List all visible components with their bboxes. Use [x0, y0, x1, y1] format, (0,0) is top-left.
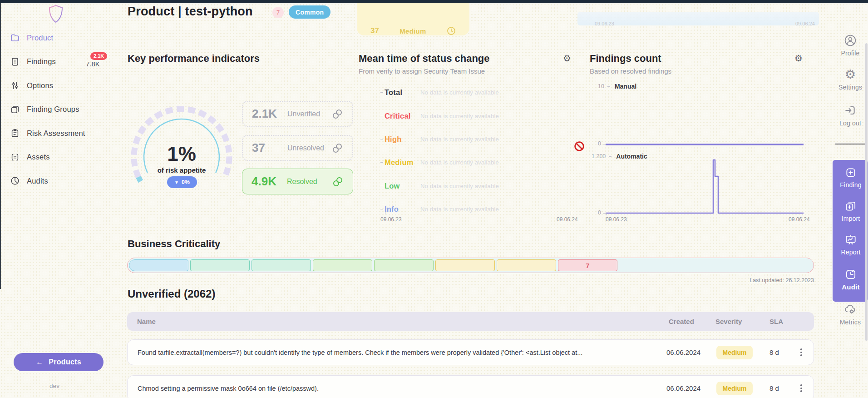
sidebar-item-label: Findings	[27, 57, 56, 66]
automatic-series-line-chart	[606, 159, 804, 215]
severity-label: Low	[385, 182, 400, 190]
gauge-caption: of risk appetite	[145, 166, 218, 174]
business-criticality-bar: 7	[127, 258, 814, 273]
findings-new-count-badge: 2.1K	[90, 52, 107, 60]
link-icon[interactable]	[332, 176, 344, 188]
kpi-card-unresolved[interactable]: 37 Unresolved	[242, 135, 353, 161]
scrolled-severity-card: 37 Medium	[357, 3, 469, 35]
criticality-segment[interactable]	[435, 259, 495, 271]
findings-total-count: 7.8K	[86, 60, 100, 68]
back-to-products-button[interactable]: ← Products	[14, 353, 104, 371]
logout-button[interactable]: Log out	[832, 104, 868, 127]
report-icon	[844, 234, 857, 246]
audit-button[interactable]: Audit	[833, 268, 868, 291]
triangle-down-icon: ▼	[174, 180, 179, 185]
mean-time-section-title: Mean time of status change	[359, 53, 490, 65]
sidebar-item-findings[interactable]: Findings 2.1K 7.8K	[0, 50, 128, 74]
sidebar-item-assets[interactable]: Assets	[0, 145, 128, 169]
vertical-scrollbar[interactable]	[865, 43, 868, 341]
product-type-tag: Common	[289, 5, 330, 19]
kpi-card-resolved[interactable]: 4.9K Resolved	[242, 169, 353, 194]
criticality-segment[interactable]	[374, 259, 434, 271]
peek-count: 37	[370, 26, 379, 35]
audit-label: Audit	[842, 283, 859, 291]
quick-actions-panel: Finding Import Report Audit	[833, 160, 868, 302]
sidebar-item-audits[interactable]: Audits	[0, 169, 128, 193]
kpi-card-unverified[interactable]: 2.1K Unverified	[242, 101, 353, 127]
last-updated-text: Last updated: 26.12.2023	[678, 277, 814, 284]
report-button[interactable]: Report	[833, 234, 868, 256]
y-axis-max-label: 10	[598, 83, 604, 90]
criticality-segment[interactable]	[497, 259, 556, 271]
severity-label: High	[385, 135, 401, 144]
folder-icon	[10, 33, 20, 43]
table-row[interactable]: Chmod setting a permissive mask 0o664 on…	[127, 375, 814, 398]
settings-button[interactable]: ⚙ Settings	[832, 68, 868, 91]
no-data-text: No data is currently available	[420, 89, 499, 96]
severity-label: Medium	[385, 158, 414, 167]
gear-icon: ⚙	[845, 68, 856, 81]
no-data-text: No data is currently available	[420, 136, 499, 143]
sidebar-item-label: Finding Groups	[27, 105, 79, 114]
kpi-label: Unverified	[287, 110, 331, 118]
criticality-segment[interactable]	[129, 259, 188, 271]
sidebar-item-label: Audits	[27, 177, 48, 185]
sliders-icon	[10, 80, 20, 90]
link-icon[interactable]	[331, 108, 343, 120]
import-button[interactable]: Import	[833, 200, 868, 222]
axis-tick	[380, 186, 383, 186]
axis-tick	[380, 209, 383, 209]
settings-label: Settings	[838, 84, 862, 91]
sidebar-item-product[interactable]: Product	[0, 26, 128, 50]
findings-count-subtitle: Based on resolved findings	[590, 67, 671, 75]
finding-created-date: 06.06.2024	[666, 384, 700, 392]
arrow-left-icon: ←	[36, 358, 43, 366]
sidebar-item-options[interactable]: Options	[0, 74, 128, 98]
criticality-segment[interactable]	[252, 259, 311, 271]
row-kebab-menu-icon[interactable]	[797, 346, 806, 359]
gauge-delta-badge: ▼ 0%	[167, 176, 197, 188]
table-header: Name Created Severity SLA	[127, 312, 814, 331]
table-row[interactable]: Found tarfile.extractall(members=?) but …	[127, 339, 814, 365]
page-title: Product | test-python	[128, 5, 253, 19]
import-label: Import	[842, 215, 860, 222]
back-to-products-label: Products	[49, 358, 81, 366]
sla-clock-icon	[447, 26, 456, 35]
add-finding-button[interactable]: Finding	[833, 166, 868, 189]
peek-severity: Medium	[399, 27, 426, 35]
sidebar-item-finding-groups[interactable]: Finding Groups	[0, 98, 128, 122]
x-axis-tick	[607, 213, 607, 215]
profile-button[interactable]: Profile	[832, 34, 868, 57]
criticality-segment-current[interactable]: 7	[558, 259, 617, 271]
finding-name: Found tarfile.extractall(members=?) but …	[138, 349, 655, 356]
mean-time-row-info: Info No data is currently available	[380, 198, 580, 221]
add-finding-label: Finding	[840, 181, 861, 189]
mean-time-row-high: High No data is currently available	[380, 128, 580, 151]
row-kebab-menu-icon[interactable]	[797, 382, 806, 395]
prohibition-icon	[574, 141, 585, 152]
column-header-name: Name	[137, 318, 156, 325]
pie-chart-icon	[10, 176, 20, 186]
mean-time-settings-gear-icon[interactable]: ⚙	[563, 54, 571, 63]
column-header-created: Created	[669, 318, 694, 325]
sidebar-item-risk-assessment[interactable]: Risk Assessment	[0, 121, 128, 145]
sidebar-item-label: Risk Assessment	[27, 129, 85, 138]
axis-tick	[607, 86, 610, 87]
severity-label: Info	[385, 205, 399, 214]
kpi-value: 37	[252, 141, 287, 155]
kpi-label: Resolved	[287, 178, 332, 186]
link-icon[interactable]	[331, 142, 343, 154]
mean-time-rows: Total No data is currently available Cri…	[380, 81, 580, 221]
severity-badge: Medium	[716, 346, 753, 359]
profile-icon	[843, 34, 857, 47]
metrics-icon	[843, 303, 857, 316]
metrics-button[interactable]: Metrics	[832, 303, 868, 326]
findings-count-settings-gear-icon[interactable]: ⚙	[794, 54, 803, 63]
axis-tick	[609, 156, 612, 157]
logout-label: Log out	[839, 119, 861, 127]
no-data-text: No data is currently available	[420, 183, 499, 189]
y-axis-zero-label: 0	[598, 209, 601, 216]
mean-time-row-total: Total No data is currently available	[380, 81, 580, 104]
criticality-segment[interactable]	[313, 259, 372, 271]
criticality-segment[interactable]	[190, 259, 250, 271]
